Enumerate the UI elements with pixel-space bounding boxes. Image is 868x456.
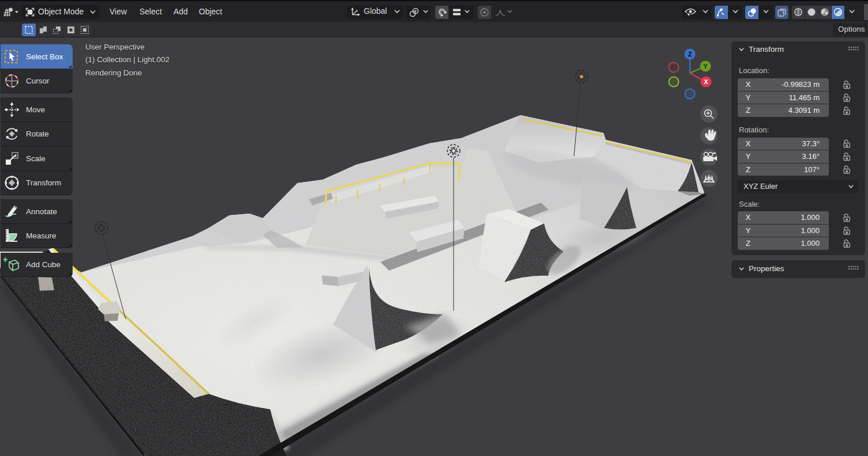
svg-text:Y: Y (703, 63, 708, 70)
svg-text:Z: Z (688, 51, 692, 58)
svg-text:X: X (704, 78, 708, 85)
